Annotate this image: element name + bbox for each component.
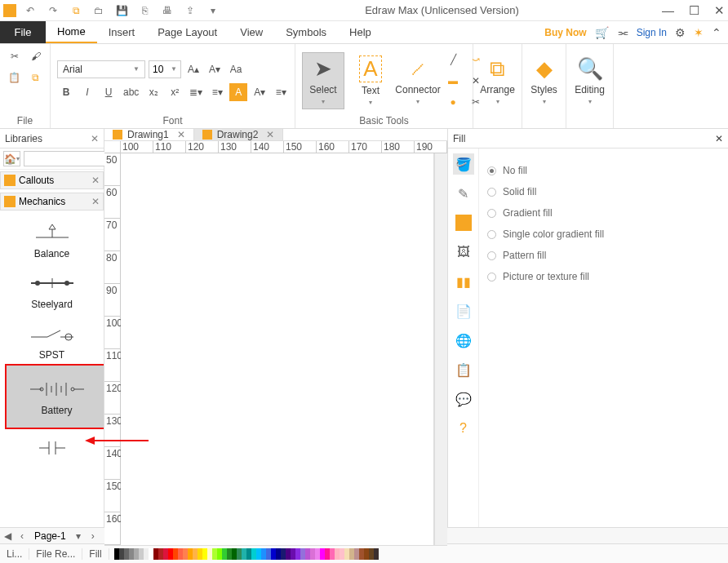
collapse-ribbon-icon[interactable]: ⌃ xyxy=(712,26,721,39)
bullets-button[interactable]: ≣▾ xyxy=(187,83,205,101)
numbering-button[interactable]: ≡▾ xyxy=(208,83,226,101)
ribbon-group-file: File xyxy=(7,113,43,126)
pagebar-current[interactable]: Page-1 xyxy=(29,530,71,542)
redo-icon[interactable]: ↷ xyxy=(44,2,62,20)
fill-bucket-icon[interactable]: 🪣 xyxy=(453,153,474,175)
tab-view[interactable]: View xyxy=(229,21,274,43)
library-category-mechanics[interactable]: Mechanics✕ xyxy=(0,193,104,211)
align-button[interactable]: ≡▾ xyxy=(272,83,290,101)
tab-page-layout[interactable]: Page Layout xyxy=(146,21,229,43)
arrange-button[interactable]: ⧉Arrange▾ xyxy=(477,52,519,109)
fill-swatch-icon[interactable] xyxy=(453,212,474,233)
underline-button[interactable]: U xyxy=(100,83,118,101)
scrollbar-vertical[interactable] xyxy=(434,153,447,545)
qat-more-icon[interactable]: ▾ xyxy=(204,2,222,20)
library-category-callouts[interactable]: Callouts✕ xyxy=(0,171,104,189)
maximize-button[interactable]: ☐ xyxy=(689,3,699,18)
pagebar-next-icon[interactable]: › xyxy=(86,530,100,542)
fill-globe-icon[interactable]: 🌐 xyxy=(453,330,474,351)
scrollbar-horizontal[interactable] xyxy=(104,545,447,546)
share-icon[interactable]: ⇪ xyxy=(181,2,199,20)
fill-pen-icon[interactable]: ✎ xyxy=(453,183,474,204)
new-icon[interactable]: ⧉ xyxy=(67,2,85,20)
sign-in-link[interactable]: Sign In xyxy=(637,27,667,38)
fill-option-gradient[interactable]: Gradient fill xyxy=(487,202,720,224)
fill-page-icon[interactable]: 📄 xyxy=(453,300,474,321)
status-li[interactable]: Li... xyxy=(0,548,29,560)
status-fill[interactable]: Fill xyxy=(82,548,109,560)
paste-icon[interactable]: ✂ xyxy=(6,47,24,65)
font-family-select[interactable]: Arial▼ xyxy=(57,60,145,78)
increase-font-icon[interactable]: A▴ xyxy=(184,60,202,78)
italic-button[interactable]: I xyxy=(78,83,96,101)
drawing-canvas[interactable] xyxy=(121,153,434,545)
select-tool-button[interactable]: ➤Select▾ xyxy=(302,52,344,109)
doc-tab-drawing2[interactable]: Drawing2✕ xyxy=(194,129,284,140)
tab-home[interactable]: Home xyxy=(46,21,97,43)
highlight-button[interactable]: A xyxy=(229,83,247,101)
subscript-button[interactable]: x₂ xyxy=(144,83,162,101)
cart-icon[interactable]: 🛒 xyxy=(595,26,609,39)
print-icon[interactable]: 🖶 xyxy=(158,2,176,20)
superscript-button[interactable]: x² xyxy=(166,83,184,101)
libraries-close-icon[interactable]: ✕ xyxy=(91,133,99,144)
fill-comment-icon[interactable]: 💬 xyxy=(453,388,474,410)
undo-icon[interactable]: ↶ xyxy=(21,2,39,20)
strikethrough-button[interactable]: abc xyxy=(121,83,141,101)
minimize-button[interactable]: — xyxy=(662,3,674,18)
ellipse-tool-icon[interactable]: ● xyxy=(444,93,462,111)
export-icon[interactable]: ⎘ xyxy=(135,2,153,20)
ruler-horizontal[interactable]: 100110120130140150160170180190 xyxy=(104,141,447,153)
tab-help[interactable]: Help xyxy=(338,21,383,43)
editing-button[interactable]: 🔍Editing▾ xyxy=(569,52,611,109)
fill-option-pattern[interactable]: Pattern fill xyxy=(487,245,720,266)
bold-button[interactable]: B xyxy=(57,83,75,101)
font-size-select[interactable]: 10▼ xyxy=(149,60,181,78)
rect-tool-icon[interactable]: ▬ xyxy=(444,72,462,90)
shape-capacitor[interactable] xyxy=(0,431,104,470)
fill-option-single-gradient[interactable]: Single color gradient fill xyxy=(487,224,720,245)
shape-balance[interactable]: Balance xyxy=(0,215,104,266)
fill-help-icon[interactable]: ? xyxy=(453,418,474,439)
color-swatches[interactable] xyxy=(109,548,728,560)
buy-now-link[interactable]: Buy Now xyxy=(544,27,586,38)
tab-insert[interactable]: Insert xyxy=(97,21,147,43)
fill-option-nofill[interactable]: No fill xyxy=(487,160,720,181)
edraw-logo-icon[interactable]: ✶ xyxy=(694,26,704,39)
pagebar-prev-icon[interactable]: ‹ xyxy=(15,530,29,542)
line-tool-icon[interactable]: ╱ xyxy=(444,51,462,69)
open-icon[interactable]: 🗀 xyxy=(90,2,108,20)
fill-option-picture[interactable]: Picture or texture fill xyxy=(487,266,720,287)
copy-icon[interactable]: ⧉ xyxy=(27,69,45,86)
fill-image-icon[interactable]: 🖼 xyxy=(453,242,474,263)
brush-icon[interactable]: 🖌 xyxy=(27,47,45,65)
save-icon[interactable]: 💾 xyxy=(113,2,131,20)
styles-button[interactable]: ◆Styles▾ xyxy=(523,52,566,109)
fill-form-icon[interactable]: 📋 xyxy=(453,359,474,380)
fill-close-icon[interactable]: ✕ xyxy=(715,133,723,144)
doc-tab-drawing1[interactable]: Drawing1✕ xyxy=(104,129,194,140)
libraries-home-button[interactable]: 🏠▾ xyxy=(3,151,20,166)
fill-theme-icon[interactable]: ▮▮ xyxy=(453,271,474,292)
status-file-re[interactable]: File Re... xyxy=(29,548,82,560)
fill-option-solid[interactable]: Solid fill xyxy=(487,181,720,202)
clipboard-icon[interactable]: 📋 xyxy=(6,69,24,86)
ruler-vertical[interactable]: 5060708090100110120130140150160 xyxy=(104,153,121,545)
font-color-button[interactable]: A▾ xyxy=(251,83,269,101)
shape-battery[interactable]: Battery xyxy=(5,364,104,429)
text-tool-button[interactable]: AText▾ xyxy=(349,51,392,110)
close-button[interactable]: ✕ xyxy=(714,3,725,18)
pagebar-first-icon[interactable]: ◀ xyxy=(0,530,15,542)
pagebar-dropdown-icon[interactable]: ▾ xyxy=(71,530,86,542)
file-menu-button[interactable]: File xyxy=(0,21,46,43)
svg-point-5 xyxy=(64,281,69,286)
connector-tool-button[interactable]: ⟋Connector▾ xyxy=(397,52,439,109)
shape-spst[interactable]: SPST xyxy=(0,317,104,362)
text-case-icon[interactable]: Aa xyxy=(227,60,245,78)
decrease-font-icon[interactable]: A▾ xyxy=(206,60,224,78)
share-network-icon[interactable]: ⫘ xyxy=(617,26,628,39)
settings-gear-icon[interactable]: ⚙ xyxy=(675,26,686,39)
ribbon-group-font: Font xyxy=(57,113,288,126)
tab-symbols[interactable]: Symbols xyxy=(274,21,338,43)
shape-steelyard[interactable]: Steelyard xyxy=(0,266,104,317)
